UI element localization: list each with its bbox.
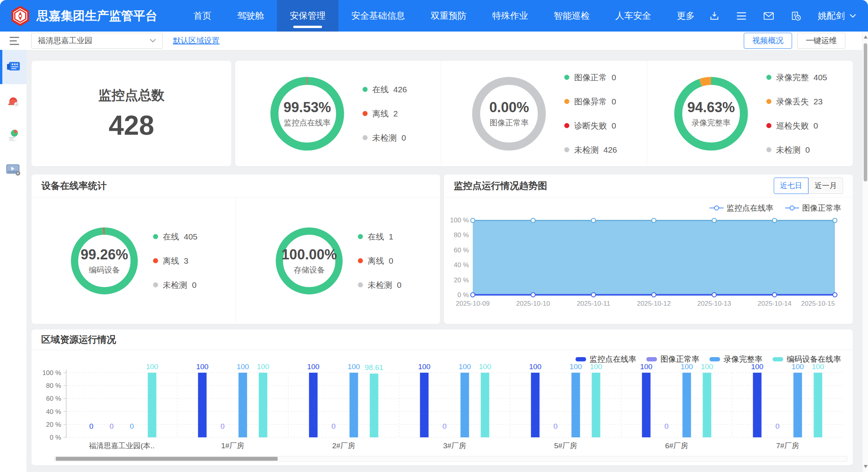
online-rate-donut-group: 99.53%监控点在线率在线426离线2未检测0	[235, 61, 441, 166]
legend-name: 未检测	[163, 280, 187, 291]
default-region-link[interactable]: 默认区域设置	[173, 35, 220, 46]
sidebar-item-monitor-wall[interactable]	[0, 50, 26, 84]
donut-percent: 99.53%	[283, 99, 331, 116]
user-menu[interactable]: 姚配剑	[818, 10, 856, 22]
vertical-scrollbar-thumb[interactable]	[864, 43, 867, 181]
report-clock-icon[interactable]	[791, 11, 801, 21]
legend-item[interactable]: 录像丢失23	[766, 96, 827, 107]
tab-last-7-days[interactable]: 近七日	[774, 178, 808, 194]
legend-name: 图像异常	[574, 96, 607, 107]
legend-dot-icon	[363, 135, 368, 140]
legend-swatch-icon	[646, 357, 657, 361]
legend-value: 0	[397, 280, 401, 290]
legend-item[interactable]: 未检测0	[766, 144, 827, 155]
trend-legend-item[interactable]: 图像正常率	[785, 203, 841, 213]
donut-ring: 94.63%录像完整率	[673, 76, 749, 152]
svg-text:福清思嘉工业园(本..: 福清思嘉工业园(本..	[89, 442, 155, 450]
legend-value: 0	[401, 133, 406, 143]
legend-item[interactable]: 巡检失败0	[766, 120, 827, 131]
legend-item[interactable]: 在线1	[358, 231, 401, 242]
trend-legend-item[interactable]: 监控点在线率	[710, 203, 773, 213]
app-window: 思嘉集团生产监管平台 首页驾驶舱安保管理安全基础信息双重预防特殊作业智能巡检人车…	[0, 0, 868, 472]
legend-dot-icon	[363, 87, 368, 92]
legend-dot-icon	[153, 234, 158, 239]
scroll-up-arrow-icon[interactable]	[864, 35, 868, 39]
legend-item[interactable]: 未检测0	[153, 280, 197, 291]
nav-item-0[interactable]: 首页	[181, 0, 224, 32]
legend-item[interactable]: 未检测0	[358, 280, 401, 291]
svg-text:100 %: 100 %	[42, 369, 61, 377]
trend-section-title: 监控点运行情况趋势图	[454, 180, 547, 192]
menu-lines-icon[interactable]	[736, 11, 747, 21]
legend-dot-icon	[766, 75, 771, 80]
legend-item[interactable]: 离线3	[153, 255, 197, 266]
legend-value: 0	[813, 121, 818, 130]
line-marker-icon	[785, 205, 799, 211]
legend-dot-icon	[564, 147, 569, 152]
svg-text:2025-10-14: 2025-10-14	[758, 300, 792, 307]
chevron-down-icon	[150, 39, 156, 43]
tab-last-month[interactable]: 近一月	[808, 178, 843, 194]
nav-item-7[interactable]: 人车安全	[602, 0, 664, 32]
legend-item[interactable]: 离线2	[363, 108, 407, 119]
encoder-donut-group: 99.26%编码设备在线405离线3未检测0	[32, 197, 236, 324]
svg-text:7#厂房: 7#厂房	[776, 442, 799, 450]
region-legend-item[interactable]: 监控点在线率	[576, 354, 636, 365]
legend-item[interactable]: 未检测0	[363, 132, 407, 143]
legend-item[interactable]: 未检测426	[564, 144, 617, 155]
donut-center-text: 99.26%编码设备	[70, 226, 139, 296]
mail-icon[interactable]	[763, 11, 774, 21]
overview-rates-card: 99.53%监控点在线率在线426离线2未检测0 0.00%图像正常率图像正常0…	[235, 61, 853, 166]
sidebar-item-report[interactable]	[0, 118, 26, 153]
region-select-value: 福清思嘉工业园	[38, 35, 150, 46]
horizontal-scrollbar[interactable]	[54, 456, 847, 461]
scroll-down-arrow-icon[interactable]	[864, 465, 868, 468]
nav-item-3[interactable]: 安全基础信息	[338, 0, 418, 32]
legend-value: 0	[611, 73, 616, 82]
legend-item[interactable]: 在线426	[363, 84, 407, 95]
region-legend-item[interactable]: 图像正常率	[646, 354, 699, 365]
legend-item[interactable]: 诊断失败0	[564, 120, 617, 131]
nav-item-5[interactable]: 特殊作业	[479, 0, 541, 32]
donut-center-text: 100.00%存储设备	[275, 226, 344, 296]
legend-item[interactable]: 在线405	[153, 231, 197, 242]
chevron-down-icon	[849, 14, 856, 18]
device-section-title: 设备在线率统计	[41, 180, 107, 192]
nav-item-2[interactable]: 安保管理	[277, 0, 338, 32]
region-select[interactable]: 福清思嘉工业园	[31, 33, 163, 49]
region-legend-item[interactable]: 编码设备在线率	[773, 354, 841, 365]
legend-name: 离线	[372, 108, 389, 119]
legend-value: 1	[389, 232, 393, 241]
nav-item-6[interactable]: 智能巡检	[541, 0, 602, 32]
donut-center-text: 99.53%监控点在线率	[269, 76, 345, 152]
legend-item[interactable]: 图像异常0	[564, 96, 617, 107]
legend-item[interactable]: 图像正常0	[564, 72, 617, 83]
legend-dot-icon	[564, 123, 569, 128]
svg-text:0: 0	[89, 422, 93, 430]
legend-item[interactable]: 离线0	[358, 255, 401, 266]
vertical-scrollbar[interactable]	[862, 32, 868, 472]
legend-name: 离线	[163, 255, 179, 266]
one-key-ops-button[interactable]: 一键运维	[797, 33, 845, 49]
region-legend-item[interactable]: 录像完整率	[710, 354, 762, 365]
sidebar-item-alarm[interactable]	[0, 84, 26, 118]
monitor-wall-icon	[6, 60, 21, 74]
navbar-actions: 姚配剑	[709, 10, 856, 22]
region-legend-label: 编码设备在线率	[787, 354, 841, 365]
sidebar-item-video[interactable]	[0, 153, 26, 187]
svg-text:0: 0	[109, 422, 114, 430]
user-name: 姚配剑	[818, 10, 845, 22]
legend-dot-icon	[358, 282, 363, 287]
download-icon[interactable]	[709, 11, 720, 21]
nav-item-1[interactable]: 驾驶舱	[224, 0, 277, 32]
region-section-title: 区域资源运行情况	[41, 333, 116, 346]
nav-item-4[interactable]: 双重预防	[418, 0, 479, 32]
legend-value: 405	[184, 232, 197, 241]
total-points-card: 监控点总数 428	[32, 61, 231, 166]
nav-item-8[interactable]: 更多	[664, 0, 708, 32]
horizontal-scrollbar-thumb[interactable]	[56, 457, 278, 461]
legend-item[interactable]: 录像完整405	[766, 72, 827, 83]
company-logo-icon	[10, 6, 30, 26]
collapse-sidebar-icon[interactable]	[9, 37, 21, 45]
video-overview-button[interactable]: 视频概况	[744, 33, 792, 49]
